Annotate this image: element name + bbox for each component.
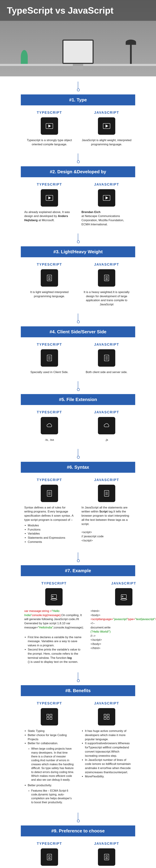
ts-icon	[45, 588, 63, 606]
svg-point-47	[48, 855, 50, 857]
section-divider	[10, 552, 146, 562]
svg-point-34	[52, 596, 53, 597]
javascript-column: JAVASCRIPT It has huge active community …	[78, 700, 135, 807]
ts-text: Specially used in Client Side.	[24, 370, 75, 374]
comparison-row-8: TYPESCRIPT Static TypingBetter choice fo…	[21, 700, 135, 807]
svg-rect-39	[50, 714, 52, 716]
javascript-column: JAVASCRIPT .js	[78, 408, 135, 444]
section-title-7: #7. Example	[21, 565, 135, 576]
ts-text: Syntax defines a set of rules for writin…	[24, 505, 75, 544]
typescript-column: TYPESCRIPT It is light weighted interpre…	[21, 261, 78, 308]
ts-icon	[41, 269, 58, 287]
ts-label: TYPESCRIPT	[24, 701, 75, 705]
section-title-1: #1. Type	[21, 94, 135, 105]
js-icon	[98, 349, 115, 367]
plant-icon	[21, 50, 28, 64]
ts-label: TYPESCRIPT	[24, 342, 75, 346]
typescript-column: TYPESCRIPT Typescript is a strongly type…	[21, 109, 78, 148]
comparison-row-9: TYPESCRIPT Since Typescript is an object…	[21, 840, 135, 868]
javascript-column: JAVASCRIPT In JavaScript all the stateme…	[78, 476, 135, 547]
comparison-row-3: TYPESCRIPT It is light weighted interpre…	[21, 261, 135, 308]
js-label: JAVASCRIPT	[81, 111, 132, 115]
ts-label: TYPESCRIPT	[24, 262, 75, 267]
ts-icon	[41, 189, 58, 207]
js-icon	[98, 485, 115, 502]
svg-marker-3	[106, 125, 108, 127]
typescript-column: TYPESCRIPT .ts, .tsx	[21, 408, 78, 444]
javascript-column: JAVASCRIPT It is a heavy weighted.It is …	[78, 261, 135, 308]
ts-text: var message:string ="Hello India"console…	[24, 609, 83, 664]
svg-marker-1	[48, 125, 51, 127]
typescript-column: TYPESCRIPT Since Typescript is an object…	[21, 840, 78, 868]
ts-icon	[41, 117, 58, 135]
typescript-column: TYPESCRIPT Syntax defines a set of rules…	[21, 476, 78, 547]
typescript-column: TYPESCRIPT As already explained above, I…	[21, 181, 78, 228]
ts-icon	[41, 708, 58, 725]
section-title-9: #9. Preference to choose	[21, 826, 135, 836]
js-icon	[98, 117, 115, 135]
comparison-row-2: TYPESCRIPT As already explained above, I…	[21, 181, 135, 228]
js-icon	[98, 848, 115, 866]
js-icon	[115, 588, 132, 606]
svg-rect-44	[104, 717, 106, 719]
javascript-column: JAVASCRIPT JavaScript is alight weight, …	[78, 109, 135, 148]
js-label: JAVASCRIPT	[81, 262, 132, 267]
section-divider	[10, 813, 146, 822]
section-title-4: #4. Client Side/Server Side	[21, 327, 135, 337]
svg-point-33	[51, 599, 57, 600]
js-label: JAVASCRIPT	[90, 581, 156, 585]
ts-label: TYPESCRIPT	[24, 842, 75, 846]
ts-label: TYPESCRIPT	[24, 182, 75, 186]
js-icon	[98, 417, 115, 434]
section-divider	[10, 82, 146, 91]
js-label: JAVASCRIPT	[81, 410, 132, 414]
section-divider	[10, 313, 146, 323]
js-label: JAVASCRIPT	[81, 342, 132, 346]
content-area: #1. Type TYPESCRIPT Typescript is a stro…	[0, 82, 156, 868]
js-text: It is a heavy weighted.It is specially d…	[81, 290, 132, 307]
typescript-column: TYPESCRIPT Specially used in Client Side…	[21, 341, 78, 376]
ts-text: It is light weighted interpreted program…	[24, 290, 75, 299]
ts-icon	[41, 417, 58, 434]
page-title: TypeScript vs JavaScript	[7, 5, 149, 16]
svg-rect-45	[107, 717, 109, 719]
section-title-5: #5. File Extension	[21, 394, 135, 405]
svg-point-36	[121, 599, 127, 600]
js-text: .js	[81, 438, 132, 442]
header-banner: TypeScript vs JavaScript	[0, 0, 156, 76]
svg-point-51	[106, 855, 108, 857]
svg-point-37	[122, 596, 123, 597]
js-text: In JavaScript all the statements are wri…	[81, 505, 132, 543]
javascript-column: JAVASCRIPT JavaScript is preferable to u…	[78, 840, 135, 868]
js-text: JavaScript is alight weight, interpreted…	[81, 138, 132, 147]
ts-label: TYPESCRIPT	[24, 111, 75, 115]
monitor-icon	[63, 39, 93, 64]
js-label: JAVASCRIPT	[81, 478, 132, 482]
comparison-row-4: TYPESCRIPT Specially used in Client Side…	[21, 341, 135, 376]
js-icon	[98, 708, 115, 725]
ts-label: TYPESCRIPT	[24, 581, 83, 585]
section-title-8: #8. Benefits	[21, 685, 135, 696]
section-divider	[10, 449, 146, 458]
comparison-row-6: TYPESCRIPT Syntax defines a set of rules…	[21, 476, 135, 547]
ts-text: Typescript is a strongly type object ori…	[24, 138, 75, 147]
svg-rect-40	[47, 717, 49, 719]
svg-point-13	[106, 276, 108, 278]
section-divider	[10, 672, 146, 682]
comparison-row-7: TYPESCRIPT var message:string ="Hello In…	[21, 580, 135, 667]
javascript-column: JAVASCRIPT <html><body><scriptlanguage="…	[87, 580, 156, 667]
js-icon	[98, 269, 115, 287]
section-divider	[10, 153, 146, 163]
svg-rect-41	[50, 717, 52, 719]
js-label: JAVASCRIPT	[81, 182, 132, 186]
svg-point-9	[48, 276, 50, 278]
ts-icon	[41, 349, 58, 367]
svg-marker-5	[48, 197, 51, 199]
js-label: JAVASCRIPT	[81, 842, 132, 846]
comparison-row-1: TYPESCRIPT Typescript is a strongly type…	[21, 109, 135, 148]
section-title-6: #6. Syntax	[21, 462, 135, 473]
svg-rect-43	[107, 714, 109, 716]
ts-icon	[41, 485, 58, 502]
typescript-column: TYPESCRIPT var message:string ="Hello In…	[21, 580, 87, 667]
js-text: It has huge active community of develope…	[81, 729, 132, 779]
